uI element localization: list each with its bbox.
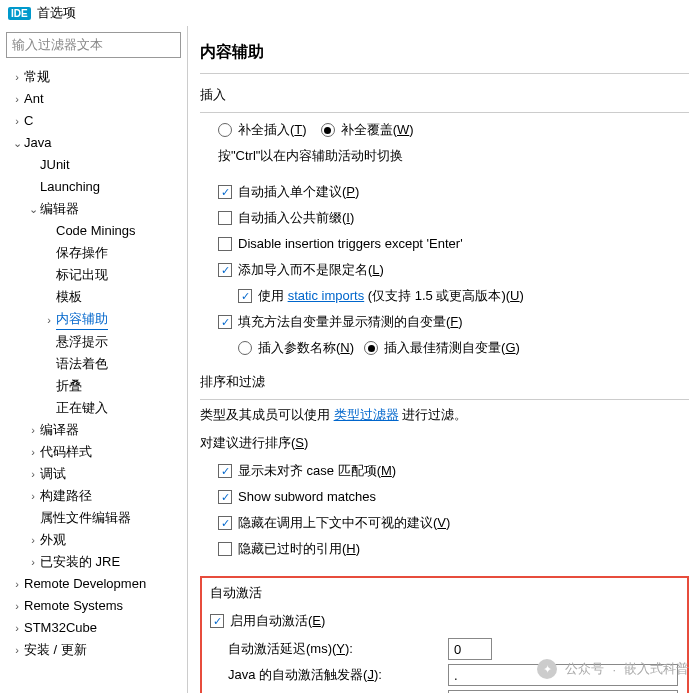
tree-item-label: 语法着色	[56, 354, 108, 374]
tree-item[interactable]: 悬浮提示	[0, 331, 187, 353]
tree-item[interactable]: JUnit	[0, 154, 187, 176]
sidebar: 输入过滤器文本 ›常规›Ant›C⌄JavaJUnitLaunching⌄编辑器…	[0, 26, 188, 693]
tree-item-label: Ant	[24, 89, 44, 109]
twisty-icon: ⌄	[10, 133, 24, 153]
tree-item[interactable]: Launching	[0, 176, 187, 198]
tree-item[interactable]: 语法着色	[0, 353, 187, 375]
tree-item-label: 外观	[40, 530, 66, 550]
cb-hide-invisible[interactable]	[218, 516, 232, 530]
cb-add-import[interactable]	[218, 263, 232, 277]
tree-item[interactable]: ›常规	[0, 66, 187, 88]
tree-item-label: JUnit	[40, 155, 70, 175]
content-panel: 内容辅助 插入 补全插入(T) 补全覆盖(W) 按"Ctrl"以在内容辅助活动时…	[188, 26, 699, 693]
tree-item[interactable]: ›Ant	[0, 88, 187, 110]
tree-item-label: 常规	[24, 67, 50, 87]
tree-item-label: 内容辅助	[56, 309, 108, 330]
tree-item[interactable]: 正在键入	[0, 397, 187, 419]
filter-input[interactable]: 输入过滤器文本	[6, 32, 181, 58]
tree-item-label: 代码样式	[40, 442, 92, 462]
tree-item[interactable]: ›已安装的 JRE	[0, 551, 187, 573]
tree-item[interactable]: ›C	[0, 110, 187, 132]
tree-item-label: 保存操作	[56, 243, 108, 263]
radio-completion-insert[interactable]	[218, 123, 232, 137]
sort-proposals-label: 对建议进行排序(S)	[200, 430, 689, 456]
insert-legend: 插入	[200, 82, 689, 110]
tree-item[interactable]: ›Remote Developmen	[0, 573, 187, 595]
tree-item[interactable]: ›代码样式	[0, 441, 187, 463]
twisty-icon: ›	[10, 67, 24, 87]
twisty-icon: ›	[10, 596, 24, 616]
tree-item[interactable]: 模板	[0, 286, 187, 308]
cb-disable-triggers[interactable]	[218, 237, 232, 251]
tree-item-label: 标记出现	[56, 265, 108, 285]
tree-item-label: Java	[24, 133, 51, 153]
tree-item[interactable]: ›外观	[0, 529, 187, 551]
tree-item[interactable]: 属性文件编辑器	[0, 507, 187, 529]
tree-item-label: 构建路径	[40, 486, 92, 506]
tree-item[interactable]: ›安装 / 更新	[0, 639, 187, 661]
ctrl-hint: 按"Ctrl"以在内容辅助活动时切换	[218, 143, 689, 169]
cb-auto-insert-single[interactable]	[218, 185, 232, 199]
twisty-icon: ›	[26, 442, 40, 462]
twisty-icon: ›	[26, 486, 40, 506]
twisty-icon: ›	[10, 618, 24, 638]
tree-item-label: 悬浮提示	[56, 332, 108, 352]
tree-item[interactable]: 保存操作	[0, 242, 187, 264]
tree-item-label: 编译器	[40, 420, 79, 440]
twisty-icon: ›	[10, 111, 24, 131]
tree-item[interactable]: ›Remote Systems	[0, 595, 187, 617]
cb-use-static-imports[interactable]	[238, 289, 252, 303]
cb-hide-deprecated[interactable]	[218, 542, 232, 556]
cb-show-case-mismatch[interactable]	[218, 464, 232, 478]
window-title: 首选项	[37, 4, 76, 22]
auto-legend: 自动激活	[210, 584, 679, 608]
radio-insert-best-guess[interactable]	[364, 341, 378, 355]
tree-item-label: C	[24, 111, 33, 131]
java-trigger-label: Java 的自动激活触发器(J):	[228, 666, 448, 684]
tree-item-label: Code Minings	[56, 221, 136, 241]
ide-badge: IDE	[8, 7, 31, 20]
static-imports-link[interactable]: static imports	[288, 288, 365, 303]
cb-show-subword[interactable]	[218, 490, 232, 504]
cb-enable-auto-activation[interactable]	[210, 614, 224, 628]
tree-item[interactable]: ›调试	[0, 463, 187, 485]
tree-item[interactable]: ›内容辅助	[0, 308, 187, 331]
cb-fill-args[interactable]	[218, 315, 232, 329]
tree-item[interactable]: 折叠	[0, 375, 187, 397]
tree-item[interactable]: ⌄编辑器	[0, 198, 187, 220]
radio-completion-overwrite[interactable]	[321, 123, 335, 137]
twisty-icon: ›	[42, 310, 56, 330]
radio-insert-param-names[interactable]	[238, 341, 252, 355]
twisty-icon: ›	[26, 464, 40, 484]
tree-item[interactable]: ›构建路径	[0, 485, 187, 507]
tree-item[interactable]: 标记出现	[0, 264, 187, 286]
twisty-icon: ›	[26, 420, 40, 440]
tree-item-label: 安装 / 更新	[24, 640, 87, 660]
tree-item-label: Launching	[40, 177, 100, 197]
tree-item[interactable]: ›STM32Cube	[0, 617, 187, 639]
tree-item-label: 折叠	[56, 376, 82, 396]
nav-tree: ›常规›Ant›C⌄JavaJUnitLaunching⌄编辑器Code Min…	[0, 64, 187, 693]
tree-item-label: Remote Developmen	[24, 574, 146, 594]
tree-item-label: STM32Cube	[24, 618, 97, 638]
tree-item-label: 已安装的 JRE	[40, 552, 120, 572]
page-title: 内容辅助	[200, 34, 689, 74]
twisty-icon: ⌄	[26, 199, 40, 219]
twisty-icon: ›	[10, 89, 24, 109]
tree-item[interactable]: ›编译器	[0, 419, 187, 441]
tree-item-label: Remote Systems	[24, 596, 123, 616]
tree-item-label: 编辑器	[40, 199, 79, 219]
tree-item-label: 调试	[40, 464, 66, 484]
tree-item-label: 正在键入	[56, 398, 108, 418]
tree-item[interactable]: ⌄Java	[0, 132, 187, 154]
java-trigger-input[interactable]	[448, 664, 678, 686]
cb-auto-insert-prefix[interactable]	[218, 211, 232, 225]
auto-activation-section: 自动激活 启用自动激活(E) 自动激活延迟(ms)(Y): Java 的自动激活…	[200, 576, 689, 693]
auto-delay-input[interactable]	[448, 638, 492, 660]
sort-legend: 排序和过滤	[200, 369, 689, 397]
type-filter-link[interactable]: 类型过滤器	[334, 407, 399, 422]
twisty-icon: ›	[26, 552, 40, 572]
tree-item[interactable]: Code Minings	[0, 220, 187, 242]
twisty-icon: ›	[10, 640, 24, 660]
auto-delay-label: 自动激活延迟(ms)(Y):	[228, 640, 448, 658]
